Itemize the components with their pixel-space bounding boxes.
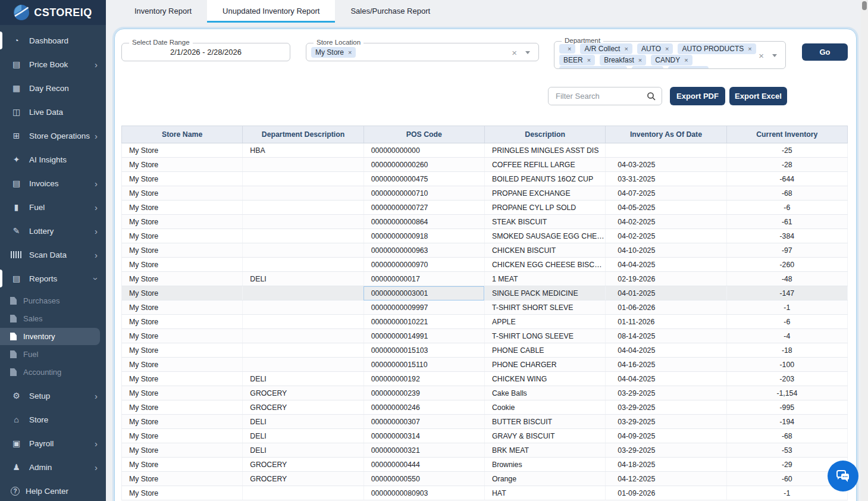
sidebar-item-accounting[interactable]: Accounting (0, 364, 100, 381)
remove-chip-icon[interactable]: × (684, 57, 688, 64)
table-cell[interactable]: -644 (726, 172, 847, 186)
column-header-department-description[interactable]: Department Description (243, 126, 364, 143)
department-chip[interactable]: × (559, 44, 575, 54)
sidebar-item-admin[interactable]: ♟Admin› (0, 455, 106, 479)
table-row[interactable]: My Store00000000080903HAT01-09-2026-1 (122, 486, 848, 500)
department-chip[interactable]: BEER× (559, 55, 595, 65)
table-row[interactable]: My Store00000000000727PROPANE CYL LP SOL… (122, 201, 848, 215)
column-header-current-inventory[interactable]: Current Inventory (726, 126, 847, 143)
sidebar-item-scan-data[interactable]: Scan Data› (0, 243, 106, 267)
table-cell[interactable]: Orange (484, 472, 605, 486)
table-cell[interactable]: 04-04-2025 (606, 343, 726, 358)
table-cell[interactable] (243, 243, 364, 258)
column-header-inventory-as-of-date[interactable]: Inventory As Of Date (606, 126, 726, 143)
table-cell[interactable]: -28 (726, 158, 847, 172)
department-chip[interactable]: Breakfast× (600, 55, 646, 65)
table-cell[interactable]: 00000000009997 (364, 300, 484, 315)
table-cell[interactable]: -61 (726, 215, 847, 229)
table-cell[interactable]: CHICKEN WING (484, 372, 605, 386)
table-cell[interactable]: Brownies (484, 458, 605, 472)
table-cell[interactable]: 03-29-2025 (606, 386, 726, 400)
remove-chip-icon[interactable]: × (665, 45, 669, 52)
table-cell[interactable]: DELI (243, 443, 364, 458)
table-row[interactable]: My Store00000000003001SINGLE PACK MEDICI… (122, 286, 848, 300)
table-cell[interactable]: 000000000444 (364, 458, 484, 472)
table-row[interactable]: My Store00000000015110PHONE CHARGER04-16… (122, 358, 848, 372)
remove-chip-icon[interactable]: × (624, 45, 628, 52)
remove-chip-icon[interactable]: × (619, 68, 623, 68)
chevron-down-icon[interactable] (772, 54, 777, 57)
table-cell[interactable]: 000000000550 (364, 472, 484, 486)
table-cell[interactable]: SMOKED SAUSAGE EGG CHEESE BISC… (484, 229, 605, 243)
table-row[interactable]: My StoreGROCERY000000000444Brownies04-18… (122, 458, 848, 472)
table-cell[interactable]: DELI (243, 372, 364, 386)
table-cell[interactable]: HAT (484, 486, 605, 500)
table-cell[interactable]: BUTTER BISCUIT (484, 415, 605, 429)
store-location-field[interactable]: Store Location My Store× × (306, 43, 539, 61)
table-cell[interactable]: My Store (122, 229, 243, 243)
sidebar-item-price-book[interactable]: ▤Price Book› (0, 52, 106, 76)
table-cell[interactable]: 000000000314 (364, 429, 484, 443)
sidebar-item-inventory[interactable]: Inventory (0, 328, 100, 345)
table-cell[interactable] (243, 300, 364, 315)
table-cell[interactable]: 00000000000864 (364, 215, 484, 229)
table-cell[interactable]: My Store (122, 201, 243, 215)
table-row[interactable]: My StoreGROCERY000000000246Cookie03-29-2… (122, 400, 848, 415)
table-cell[interactable]: 000000000321 (364, 443, 484, 458)
clear-icon[interactable]: × (512, 47, 517, 57)
table-cell[interactable] (243, 229, 364, 243)
table-row[interactable]: My StoreDELI000000000192CHICKEN WING04-0… (122, 372, 848, 386)
page-scrollbar[interactable] (861, 0, 868, 501)
chevron-down-icon[interactable] (525, 51, 530, 54)
table-cell[interactable] (243, 329, 364, 343)
export-excel-button[interactable]: Export Excel (729, 87, 787, 105)
table-cell[interactable]: -48 (726, 272, 847, 286)
go-button[interactable]: Go (802, 43, 848, 61)
table-cell[interactable]: CHICKEN BISCUIT (484, 243, 605, 258)
sidebar-item-payroll[interactable]: ▣Payroll› (0, 431, 106, 455)
department-chip[interactable]: CBD× (632, 66, 663, 68)
table-cell[interactable]: 00000000015110 (364, 358, 484, 372)
table-cell[interactable]: SINGLE PACK MEDICINE (484, 286, 605, 300)
sidebar-item-ai-insights[interactable]: ✦AI Insights (0, 148, 106, 171)
table-cell[interactable]: 04-16-2025 (606, 358, 726, 372)
table-cell[interactable]: PROPANE EXCHANGE (484, 186, 605, 201)
table-cell[interactable]: -53 (726, 443, 847, 458)
table-cell[interactable]: My Store (122, 329, 243, 343)
table-cell[interactable]: My Store (122, 243, 243, 258)
table-cell[interactable]: 04-05-2025 (606, 201, 726, 215)
table-cell[interactable]: -25 (726, 143, 847, 158)
sidebar-item-store-operations[interactable]: ⊞Store Operations› (0, 124, 106, 148)
table-cell[interactable]: 04-18-2025 (606, 458, 726, 472)
table-cell[interactable]: My Store (122, 443, 243, 458)
table-cell[interactable]: GROCERY (243, 386, 364, 400)
table-cell[interactable] (243, 186, 364, 201)
table-cell[interactable]: 000000000239 (364, 386, 484, 400)
table-row[interactable]: My StoreDELI0000000000171 MEAT02-19-2026… (122, 272, 848, 286)
table-cell[interactable]: My Store (122, 386, 243, 400)
table-cell[interactable] (243, 486, 364, 500)
table-cell[interactable]: -194 (726, 415, 847, 429)
table-cell[interactable]: 01-06-2026 (606, 300, 726, 315)
table-row[interactable]: My Store00000000000918SMOKED SAUSAGE EGG… (122, 229, 848, 243)
table-cell[interactable]: T-SHIRT SHORT SLEVE (484, 300, 605, 315)
sidebar-item-dashboard[interactable]: ◔Dashboard (0, 29, 106, 52)
table-cell[interactable]: 00000000000727 (364, 201, 484, 215)
table-cell[interactable]: 00000000015103 (364, 343, 484, 358)
tab-sales-purchase-report[interactable]: Sales/Purchase Report (335, 0, 446, 23)
table-cell[interactable]: 00000000080903 (364, 486, 484, 500)
table-cell[interactable]: -203 (726, 372, 847, 386)
table-cell[interactable]: 000000000017 (364, 272, 484, 286)
sidebar-item-setup[interactable]: ⚙Setup› (0, 384, 106, 408)
brand-logo[interactable]: CSTOREIQ (0, 0, 106, 25)
table-cell[interactable]: 04-04-2025 (606, 372, 726, 386)
table-cell[interactable]: My Store (122, 258, 243, 272)
table-cell[interactable]: 03-29-2025 (606, 415, 726, 429)
table-cell[interactable]: -97 (726, 243, 847, 258)
table-cell[interactable]: 00000000000475 (364, 172, 484, 186)
table-row[interactable]: My StoreDELI000000000321BRK MEAT03-29-20… (122, 443, 848, 458)
table-cell[interactable]: My Store (122, 143, 243, 158)
table-cell[interactable] (606, 143, 726, 158)
table-cell[interactable] (243, 215, 364, 229)
table-cell[interactable]: -18 (726, 343, 847, 358)
